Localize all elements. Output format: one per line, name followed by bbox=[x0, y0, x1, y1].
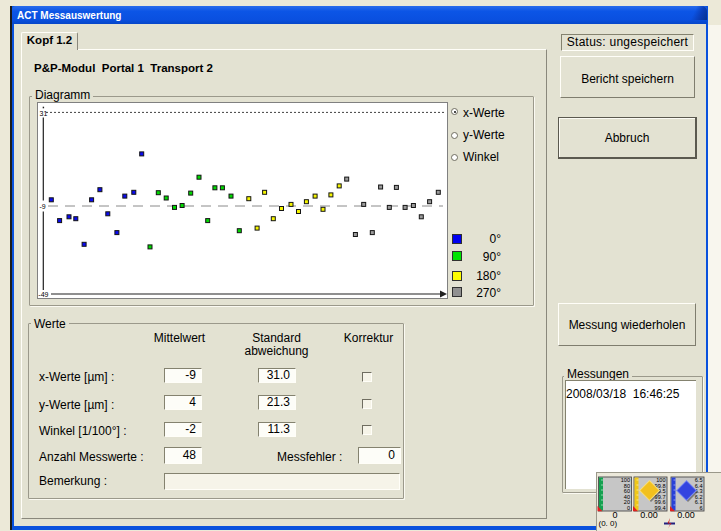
svg-text:-49: -49 bbox=[38, 291, 48, 298]
svg-text:(0. 0): (0. 0) bbox=[599, 519, 618, 528]
svg-text:6: 6 bbox=[699, 505, 702, 511]
svg-text:0: 0 bbox=[612, 510, 617, 520]
svg-text:0.00: 0.00 bbox=[640, 510, 658, 520]
svg-text:-9: -9 bbox=[39, 203, 45, 210]
svg-text:0.00: 0.00 bbox=[677, 510, 695, 520]
svg-text:31: 31 bbox=[40, 110, 48, 117]
svg-text:0: 0 bbox=[627, 505, 630, 511]
